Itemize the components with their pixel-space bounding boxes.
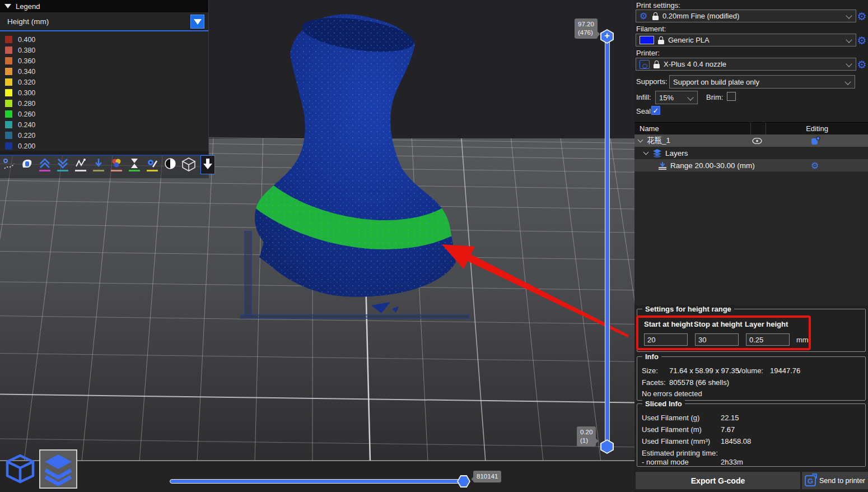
column-editing: Editing <box>766 124 868 133</box>
used-filament-g-label: Used Filament (g) <box>642 414 699 422</box>
estimated-time-label: Estimated printing time: <box>642 449 718 457</box>
filament-value: Generic PLA <box>668 36 842 44</box>
lock-icon <box>652 12 659 20</box>
legend-color-scale: 0.400 0.380 0.360 0.340 0.320 0.300 0.28… <box>0 31 208 155</box>
layers-icon <box>652 149 662 157</box>
errors-status: No errors detected <box>642 389 702 398</box>
column-name: Name <box>634 123 751 134</box>
travel-moves-icon[interactable] <box>200 155 215 174</box>
legend-item: 0.220 <box>0 130 208 141</box>
plus-icon: + <box>600 30 614 41</box>
volume-value: 19447.76 <box>770 366 800 375</box>
seal-checkbox[interactable]: ✓ <box>651 106 660 115</box>
seams-icon[interactable] <box>74 155 87 174</box>
color-changes-icon[interactable] <box>110 155 123 174</box>
used-filament-mm3-label: Used Filament (mm³) <box>642 437 710 445</box>
collapse-chevron-icon[interactable] <box>638 138 643 143</box>
legend-item-label: 0.380 <box>18 47 35 54</box>
deretractions-icon[interactable] <box>56 155 69 174</box>
shells-icon[interactable] <box>164 155 177 174</box>
legend-item-label: 0.200 <box>18 142 35 150</box>
brim-label: Brim: <box>706 93 723 101</box>
infill-combo[interactable]: 15% <box>655 91 698 104</box>
object-list-header: Name Editing <box>634 123 868 134</box>
start-at-height-input[interactable] <box>644 333 688 346</box>
legend-item: 0.300 <box>0 87 208 98</box>
stop-at-height-input[interactable] <box>695 333 739 346</box>
3d-viewport[interactable]: Legend Height (mm) 0.400 0.380 0.360 0.3… <box>0 0 634 492</box>
legend-color-swatch <box>5 100 12 107</box>
collapse-chevron-icon[interactable] <box>643 150 649 156</box>
legend-item: 0.380 <box>0 45 208 55</box>
send-to-printer-label: Send to printer <box>819 477 865 485</box>
legend-color-swatch <box>5 142 12 150</box>
height-range-row[interactable]: Range 20.00-30.00 (mm) ⚙ <box>634 159 868 171</box>
legend-item-label: 0.320 <box>18 78 35 86</box>
edit-object-icon[interactable] <box>811 136 821 145</box>
layers-view-icon[interactable] <box>39 449 77 489</box>
layer-height-input[interactable] <box>746 333 790 346</box>
layer-slider-bottom-handle[interactable] <box>600 439 614 454</box>
legend-color-swatch <box>5 68 12 75</box>
legend-panel: Legend Height (mm) 0.400 0.380 0.360 0.3… <box>0 0 209 156</box>
print-settings-gear-button[interactable]: ⚙ <box>856 10 867 23</box>
custom-gcodes-icon[interactable] <box>146 155 159 174</box>
collapse-triangle-icon[interactable] <box>4 4 11 8</box>
object-name: 花瓶_1 <box>647 136 670 146</box>
lock-icon <box>654 61 660 68</box>
3d-view-cube-icon[interactable] <box>2 450 38 488</box>
print-settings-label: Print settings: <box>636 1 680 10</box>
tool-changes-icon[interactable] <box>92 155 105 174</box>
layer-slider-track[interactable] <box>605 36 610 447</box>
legend-view-selector[interactable]: Height (mm) <box>0 12 208 31</box>
settings-sidebar: Print settings: ⚙ 0.20mm Fine (modified)… <box>634 0 868 492</box>
printer-label: Printer: <box>636 49 660 57</box>
move-slider-handle[interactable] <box>457 475 470 488</box>
layer-slider-top-tooltip: 97.20 (476) <box>575 18 598 39</box>
height-range-group-title: Settings for height range <box>642 305 734 313</box>
supports-combo[interactable]: Support on build plate only <box>669 75 855 89</box>
view-toggle-group <box>2 449 77 489</box>
infill-value: 15% <box>659 94 684 102</box>
send-to-printer-button[interactable]: G Send to printer <box>802 472 868 489</box>
move-slider-track[interactable] <box>170 479 463 484</box>
legend-dropdown-button[interactable] <box>190 15 204 29</box>
travels-icon[interactable] <box>2 155 16 174</box>
object-row[interactable]: 花瓶_1 <box>634 134 868 147</box>
export-gcode-button[interactable]: Export G-code <box>636 472 800 489</box>
top-layer-number: (476) <box>578 29 594 37</box>
legend-color-swatch <box>5 47 12 54</box>
chevron-down-icon <box>846 13 852 19</box>
gcode-send-icon: G <box>805 475 816 486</box>
legend-item-label: 0.220 <box>18 132 35 140</box>
filament-gear-button[interactable]: ⚙ <box>856 34 867 47</box>
filament-combo[interactable]: Generic PLA <box>636 34 856 47</box>
printer-combo[interactable]: X-Plus 4 0.4 nozzle <box>636 58 856 71</box>
printer-gear-button[interactable]: ⚙ <box>856 58 867 71</box>
legend-item-label: 0.400 <box>18 36 35 44</box>
wipe-icon[interactable] <box>20 155 34 174</box>
legend-color-swatch <box>5 36 12 43</box>
height-range-group: Settings for height range Start at heigh… <box>637 309 866 352</box>
retractions-icon[interactable] <box>38 155 52 174</box>
gear-icon: ⚙ <box>640 12 648 21</box>
legend-item: 0.280 <box>0 98 208 109</box>
legend-color-swatch <box>5 110 12 118</box>
brim-checkbox[interactable] <box>727 92 736 101</box>
slicer-app: Legend Height (mm) 0.400 0.380 0.360 0.3… <box>0 0 868 492</box>
legend-item: 0.360 <box>0 55 208 66</box>
pause-prints-icon[interactable] <box>128 155 141 174</box>
info-group: Info Size: 71.64 x 58.99 x 97.35 Volume:… <box>637 356 866 401</box>
item-box-icon[interactable] <box>181 155 196 174</box>
start-at-height-label: Start at height <box>644 320 693 328</box>
range-settings-gear-icon[interactable]: ⚙ <box>811 160 819 171</box>
size-label: Size: <box>642 366 658 375</box>
layers-row[interactable]: Layers <box>634 147 868 159</box>
print-settings-combo[interactable]: ⚙ 0.20mm Fine (modified) <box>636 10 856 22</box>
legend-header[interactable]: Legend <box>0 0 208 12</box>
layers-label: Layers <box>665 149 688 157</box>
eye-icon[interactable] <box>752 138 762 144</box>
used-filament-g-value: 22.15 <box>721 414 739 422</box>
layer-slider-top-handle[interactable]: + <box>600 29 614 44</box>
move-slider-tooltip: 810141 <box>473 471 501 482</box>
